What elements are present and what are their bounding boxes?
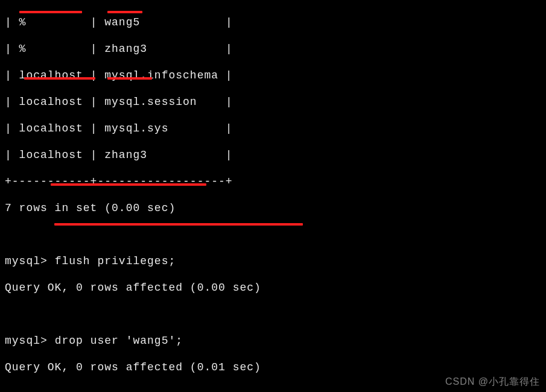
cell-host: % <box>19 43 27 55</box>
cell-host: % <box>19 16 27 28</box>
sql-statement: drop user 'wang5'; <box>55 335 183 347</box>
cell-user: mysql.sys <box>104 122 168 134</box>
blank-line <box>5 228 541 241</box>
underline-annotation <box>54 223 303 226</box>
watermark: CSDN @小孔靠得住 <box>445 376 540 388</box>
cell-user: wang5 <box>104 16 140 28</box>
cell-user: mysql.infoschema <box>104 69 218 81</box>
mysql-command: mysql> flush privileges; <box>5 254 541 268</box>
terminal-output: | % | wang5 | | % | zhang3 | | localhost… <box>0 0 546 392</box>
query-result: Query OK, 0 rows affected (0.01 sec) <box>5 361 541 374</box>
sql-statement: flush privileges; <box>55 255 176 267</box>
table1-row: | localhost | mysql.sys | <box>5 122 541 135</box>
cell-user: zhang3 <box>104 149 147 161</box>
blank-line <box>5 308 541 321</box>
mysql-command: mysql> drop user 'wang5'; <box>5 334 541 347</box>
table1-row: | localhost | zhang3 | <box>5 148 541 162</box>
table1-summary: 7 rows in set (0.00 sec) <box>5 201 541 215</box>
query-result: Query OK, 0 rows affected (0.00 sec) <box>5 281 541 294</box>
table1-row: | % | wang5 | <box>5 16 541 29</box>
cell-user: mysql.session <box>104 96 197 108</box>
cell-host: localhost <box>19 122 83 134</box>
cell-host: localhost <box>19 149 83 161</box>
cell-host: localhost <box>19 96 83 108</box>
cell-host: localhost <box>19 69 83 81</box>
table1-row: | localhost | mysql.infoschema | <box>5 69 541 82</box>
table1-border: +-----------+------------------+ <box>5 175 541 188</box>
underline-annotation <box>19 11 82 13</box>
table1-row: | % | zhang3 | <box>5 42 541 55</box>
table1-row: | localhost | mysql.session | <box>5 95 541 109</box>
underline-annotation <box>51 183 206 186</box>
underline-annotation <box>24 77 95 80</box>
underline-annotation <box>107 77 152 80</box>
cell-user: zhang3 <box>104 43 147 55</box>
underline-annotation <box>107 11 142 13</box>
prompt: mysql> <box>5 335 48 347</box>
prompt: mysql> <box>5 255 48 267</box>
